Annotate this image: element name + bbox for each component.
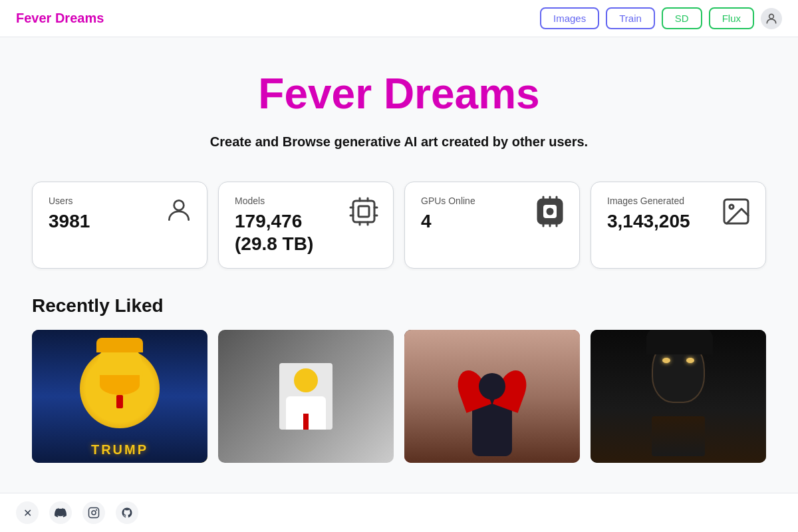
stat-images-value: 3,143,205	[607, 210, 690, 233]
stat-images: Images Generated 3,143,205	[591, 182, 766, 269]
recently-liked-section: Recently Liked TRUMP	[0, 295, 798, 489]
svg-point-24	[92, 511, 96, 515]
nav-images-button[interactable]: Images	[540, 7, 599, 29]
recently-liked-title: Recently Liked	[32, 295, 766, 317]
stat-users: Users 3981	[32, 182, 207, 269]
stat-images-label: Images Generated	[607, 196, 690, 206]
navbar: Fever Dreams Images Train SD Flux	[0, 0, 798, 37]
nav-logo[interactable]: Fever Dreams	[16, 11, 104, 26]
models-icon	[348, 196, 380, 233]
images-icon	[720, 196, 752, 233]
liked-image-2[interactable]	[218, 330, 394, 463]
hero-section: Fever Dreams Create and Browse generativ…	[0, 37, 798, 182]
svg-rect-23	[89, 508, 99, 518]
hero-subtitle: Create and Browse generative AI art crea…	[16, 134, 782, 150]
nav-train-button[interactable]: Train	[606, 7, 655, 29]
x-twitter-icon[interactable]: ✕	[16, 501, 39, 524]
img1-label: TRUMP	[91, 442, 148, 458]
footer: ✕	[0, 493, 798, 532]
hero-title: Fever Dreams	[16, 69, 782, 118]
stat-models-label: Models	[235, 196, 348, 206]
svg-point-0	[769, 14, 774, 19]
liked-image-1[interactable]: TRUMP	[32, 330, 207, 463]
liked-image-4[interactable]	[591, 330, 766, 463]
discord-icon[interactable]	[49, 501, 72, 524]
nav-avatar[interactable]	[761, 8, 782, 29]
stat-gpus-label: GPUs Online	[421, 196, 475, 206]
gpu-icon	[534, 196, 566, 233]
stat-users-label: Users	[49, 196, 90, 206]
svg-point-22	[730, 205, 733, 209]
stat-models: Models 179,476 (29.8 TB)	[218, 182, 394, 269]
instagram-icon[interactable]	[82, 501, 105, 524]
stat-models-value: 179,476 (29.8 TB)	[235, 210, 348, 255]
image-grid: TRUMP	[32, 330, 766, 463]
svg-point-25	[96, 510, 97, 511]
svg-point-1	[174, 200, 184, 210]
users-icon	[164, 196, 194, 231]
stat-users-value: 3981	[49, 210, 90, 233]
stats-grid: Users 3981 Models 179,476 (29.8 TB)	[0, 182, 798, 295]
nav-flux-button[interactable]: Flux	[709, 7, 754, 29]
svg-rect-3	[358, 206, 369, 217]
svg-point-14	[547, 209, 553, 214]
stat-gpus-value: 4	[421, 210, 475, 233]
stat-gpus: GPUs Online 4	[404, 182, 580, 269]
svg-rect-2	[353, 201, 374, 222]
nav-sd-button[interactable]: SD	[662, 7, 702, 29]
nav-actions: Images Train SD Flux	[540, 7, 782, 29]
github-icon[interactable]	[116, 501, 138, 524]
liked-image-3[interactable]	[404, 330, 580, 463]
